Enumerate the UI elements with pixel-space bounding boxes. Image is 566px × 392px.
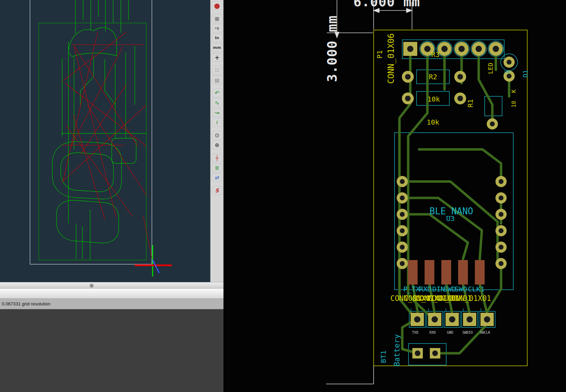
pin1-mark: 1 bbox=[445, 309, 447, 312]
application-window: ● ▦ rφ In mm + ∷ ▤ ↶ ∿ ↝ ≀ ⊙ ⊕ ┼ ≣ ⇄ S 0… bbox=[0, 0, 566, 392]
track-mode-icon[interactable]: ≀ bbox=[212, 118, 222, 127]
layer-display-icon[interactable]: ≣ bbox=[212, 163, 222, 172]
delete-track-icon[interactable]: ↶ bbox=[212, 89, 222, 97]
lower-window-titlebar[interactable] bbox=[0, 288, 223, 299]
pin-txd-label: TXD bbox=[412, 331, 418, 334]
value-r2-label: 10k bbox=[427, 96, 440, 103]
pin1-mark: 1 bbox=[462, 309, 464, 312]
origin-crosshair-icon bbox=[135, 245, 172, 276]
ref-conn01x01-label: CONN_01X01 bbox=[447, 295, 491, 302]
net-label: CLK1 bbox=[468, 286, 485, 293]
microwave-tools-icon[interactable]: S bbox=[212, 186, 222, 195]
ref-d1-label: D1 bbox=[522, 70, 529, 77]
background-panel bbox=[0, 309, 223, 392]
show-grid-icon[interactable]: ▦ bbox=[212, 14, 222, 23]
polar-coordinates-icon[interactable]: rφ bbox=[212, 24, 222, 32]
right-side-toolbar: ● ▦ rφ In mm + ∷ ▤ ↶ ∿ ↝ ≀ ⊙ ⊕ ┼ ≣ ⇄ S bbox=[210, 0, 223, 282]
zoom-fit-icon[interactable]: ⊕ bbox=[212, 141, 222, 149]
pcb-editor-view[interactable]: 6.000 mm 3.000 mm P1 CONN_01X06 R3 R2 10… bbox=[223, 0, 566, 392]
pad-gnd-label: GND bbox=[504, 71, 510, 74]
net-label: P_TX bbox=[403, 286, 420, 293]
smd-pads bbox=[408, 260, 485, 284]
net-label: RXD bbox=[419, 286, 432, 293]
pin-rxd-label: RXD bbox=[429, 331, 436, 334]
units-inch-icon[interactable]: In bbox=[212, 34, 222, 42]
net-label: SWO bbox=[455, 286, 467, 293]
pin1-mark: 1 bbox=[480, 309, 482, 312]
scrollbar-thumb[interactable] bbox=[90, 284, 94, 288]
net-label: DIN bbox=[432, 286, 445, 293]
footprint-display-icon[interactable]: ▤ bbox=[212, 76, 222, 84]
routed-traces bbox=[52, 0, 147, 260]
board-outline bbox=[30, 0, 152, 264]
swap-layers-icon[interactable]: ⇄ bbox=[212, 173, 222, 182]
value-d1-label: 10 bbox=[511, 101, 517, 108]
zoom-icon[interactable]: ⊙ bbox=[212, 131, 222, 140]
value-battery-label: Battery bbox=[393, 334, 401, 367]
pin-k-label: K bbox=[511, 89, 517, 93]
pin-swdio-label: SWDIO bbox=[462, 331, 473, 334]
router-board-view[interactable] bbox=[0, 0, 210, 282]
ref-r1-label: R1 bbox=[467, 99, 474, 108]
pin-swclk-label: SWCLK bbox=[480, 331, 490, 334]
net-label: SWD bbox=[443, 286, 456, 293]
horizontal-scrollbar[interactable] bbox=[0, 282, 223, 288]
track-width-icon[interactable]: ┼ bbox=[212, 154, 222, 162]
dimension-width-label: 6.000 mm bbox=[353, 0, 420, 8]
ref-r3-label: R3 bbox=[431, 51, 440, 58]
grid-resolution-text: 0.067331 grid resolution bbox=[2, 301, 51, 306]
pin1-mark: 1 bbox=[427, 309, 429, 312]
value-r1-label: 10k bbox=[427, 119, 439, 126]
ref-p1-label: P1 bbox=[376, 50, 383, 59]
dimension-height-label: 3.000 mm bbox=[325, 15, 339, 82]
ratsnest-lines bbox=[61, 31, 153, 262]
curved-track-icon[interactable]: ↝ bbox=[212, 108, 222, 117]
pad-display-icon[interactable]: ∷ bbox=[212, 66, 222, 75]
copper-tracks bbox=[399, 56, 509, 353]
ref-r2-label: R2 bbox=[429, 73, 437, 80]
through-hole-pads bbox=[397, 42, 515, 358]
pin-gnd-label: GND bbox=[447, 331, 453, 334]
app-logo-icon[interactable]: ● bbox=[212, 1, 222, 10]
ref-led-label: LED bbox=[487, 62, 494, 74]
ref-u3-label: U3 bbox=[446, 215, 455, 222]
ref-conn01x06-label: CONN_01X06 bbox=[387, 34, 395, 84]
units-mm-icon[interactable]: mm bbox=[212, 43, 222, 52]
pin1-mark: 1 bbox=[410, 309, 412, 312]
cursor-style-icon[interactable]: + bbox=[212, 53, 222, 62]
route-track-icon[interactable]: ∿ bbox=[212, 98, 222, 107]
status-bar: 0.067331 grid resolution bbox=[0, 299, 223, 309]
ref-bt1-label: BT1 bbox=[380, 350, 387, 363]
left-board-canvas[interactable] bbox=[0, 0, 210, 282]
